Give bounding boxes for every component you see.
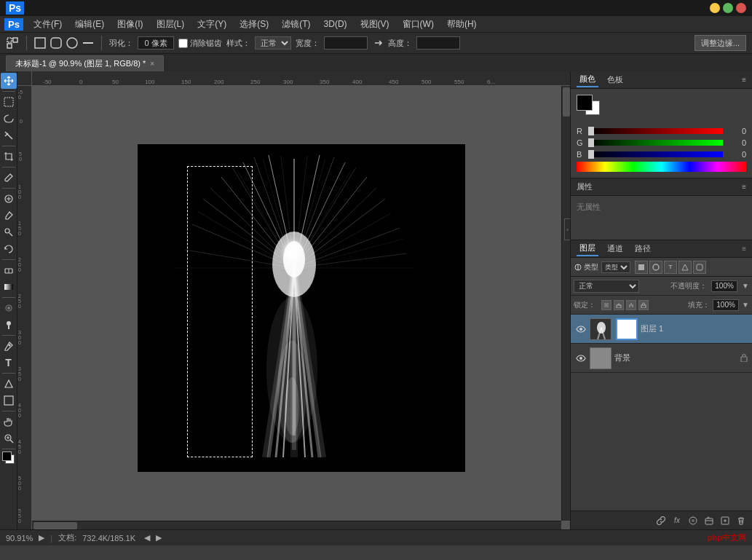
color-tab[interactable]: 颜色 (577, 72, 598, 87)
menu-view[interactable]: 视图(V) (355, 17, 395, 32)
bg-layer-visibility[interactable] (575, 355, 587, 362)
blur-btn[interactable] (1, 300, 17, 316)
lock-transparent-btn[interactable] (601, 300, 612, 310)
clone-stamp-btn[interactable] (1, 224, 17, 240)
scrollbar-thumb-v[interactable] (563, 87, 570, 117)
spectrum-bar[interactable] (577, 162, 746, 172)
menu-image[interactable]: 图像(I) (111, 17, 149, 32)
g-slider[interactable] (588, 140, 723, 146)
style-select[interactable]: 正常 (255, 36, 291, 50)
close-button[interactable] (736, 3, 746, 13)
dodge-btn[interactable] (1, 317, 17, 333)
vertical-scrollbar[interactable] (561, 86, 570, 521)
document-tab[interactable]: 未标题-1 @ 90.9% (图层 1, RGB/8) * × (6, 55, 164, 71)
zoom-tool-btn[interactable] (1, 430, 17, 446)
r-slider[interactable] (588, 128, 723, 134)
shape-tool-btn[interactable] (1, 393, 17, 409)
channels-tab[interactable]: 通道 (604, 242, 626, 256)
svg-rect-81 (617, 305, 621, 308)
minimize-button[interactable] (710, 3, 720, 13)
color-panel: 颜色 色板 ≡ R 0 G 0 (571, 71, 752, 178)
antialias-checkbox[interactable] (178, 39, 188, 48)
rectangular-marquee-btn[interactable] (1, 94, 17, 110)
filter-adjustment-btn[interactable] (649, 261, 662, 274)
scrollbar-thumb-h[interactable] (33, 522, 77, 529)
gradient-btn[interactable] (1, 279, 17, 295)
new-layer-icon[interactable] (719, 514, 732, 527)
menu-edit[interactable]: 编辑(E) (69, 17, 110, 32)
b-slider[interactable] (588, 151, 723, 157)
mask-icon[interactable] (686, 514, 700, 527)
color-swatches[interactable] (1, 451, 17, 469)
menu-help[interactable]: 帮助(H) (441, 17, 483, 32)
menu-file[interactable]: 文件(F) (28, 17, 68, 32)
hand-tool-btn[interactable] (1, 414, 17, 430)
layer-1-visibility[interactable] (575, 326, 587, 333)
history-brush-btn[interactable] (1, 241, 17, 257)
layers-tab[interactable]: 图层 (577, 241, 598, 256)
delete-layer-icon[interactable] (735, 514, 748, 527)
tab-close-icon[interactable]: × (150, 60, 154, 68)
lock-position-btn[interactable] (626, 300, 636, 310)
path-select-btn[interactable] (1, 376, 17, 392)
layers-panel-options[interactable]: ≡ (742, 245, 746, 253)
maximize-button[interactable] (723, 3, 733, 13)
menu-select[interactable]: 选择(S) (234, 17, 274, 32)
status-arrow[interactable]: ▶ (39, 533, 44, 543)
menu-layer[interactable]: 图层(L) (151, 17, 191, 32)
color-panel-header[interactable]: 颜色 色板 ≡ (571, 71, 752, 89)
eyedropper-btn[interactable] (1, 170, 17, 186)
eraser-btn[interactable] (1, 262, 17, 278)
horizontal-scrollbar[interactable] (32, 521, 561, 529)
fg-color-swatch[interactable] (577, 95, 593, 111)
lasso-tool-btn[interactable] (1, 111, 17, 127)
link-icon[interactable] (654, 514, 668, 527)
fill-input[interactable] (713, 299, 739, 311)
new-group-icon[interactable] (702, 514, 716, 527)
status-nav-next[interactable]: ▶ (156, 533, 162, 543)
status-nav-prev[interactable]: ◀ (144, 533, 150, 543)
svg-point-90 (579, 357, 582, 360)
menu-text[interactable]: 文字(Y) (191, 17, 232, 32)
opacity-input[interactable] (711, 280, 737, 292)
menu-filter[interactable]: 滤镜(T) (276, 17, 316, 32)
filter-type-select[interactable]: 类型 (601, 261, 630, 273)
menubar: Ps 文件(F) 编辑(E) 图像(I) 图层(L) 文字(Y) 选择(S) 滤… (0, 16, 752, 32)
panel-options-icon[interactable]: ≡ (742, 76, 746, 84)
lock-image-btn[interactable] (614, 300, 624, 310)
panel-collapse-handle[interactable]: › (564, 218, 570, 240)
color-swatch-container[interactable] (577, 95, 603, 121)
menu-3d[interactable]: 3D(D) (318, 17, 353, 31)
titlebar: Ps (0, 0, 752, 16)
filter-shape-btn[interactable] (678, 261, 692, 274)
magic-wand-btn[interactable] (1, 127, 17, 143)
fx-icon[interactable]: fx (670, 514, 684, 527)
properties-options-icon[interactable]: ≡ (742, 183, 746, 191)
move-tool-btn[interactable] (1, 73, 17, 89)
adjust-edge-button[interactable]: 调整边缘... (694, 35, 746, 51)
width-input[interactable] (324, 36, 368, 50)
menu-window[interactable]: 窗口(W) (397, 17, 440, 32)
brush-tool-btn[interactable] (1, 208, 17, 224)
swatches-tab[interactable]: 色板 (604, 73, 626, 87)
pen-tool-btn[interactable] (1, 338, 17, 354)
height-input[interactable] (416, 36, 460, 50)
type-label: 类型 (584, 262, 598, 272)
paths-tab[interactable]: 路径 (632, 242, 654, 256)
lock-all-btn[interactable] (638, 300, 649, 310)
type-tool-btn[interactable]: T (1, 355, 17, 371)
main-area: T -50 0 50 100 (0, 71, 752, 529)
filter-type-btn[interactable]: T (664, 261, 677, 274)
feather-input[interactable] (138, 36, 174, 50)
healing-brush-btn[interactable] (1, 191, 17, 207)
filter-smart-btn[interactable] (693, 261, 706, 274)
layer-row-1[interactable]: 图层 1 (571, 315, 752, 344)
crop-tool-btn[interactable] (1, 149, 17, 165)
blend-mode-select[interactable]: 正常 (574, 280, 639, 293)
window-controls[interactable] (710, 3, 746, 13)
opacity-label: 不透明度： (670, 281, 707, 291)
ruler-top: -50 0 50 100 150 200 250 300 350 400 450… (32, 71, 570, 86)
layer-row-bg[interactable]: 背景 (571, 344, 752, 373)
properties-panel-header[interactable]: 属性 ≡ (571, 178, 752, 196)
filter-pixel-btn[interactable] (635, 261, 648, 274)
